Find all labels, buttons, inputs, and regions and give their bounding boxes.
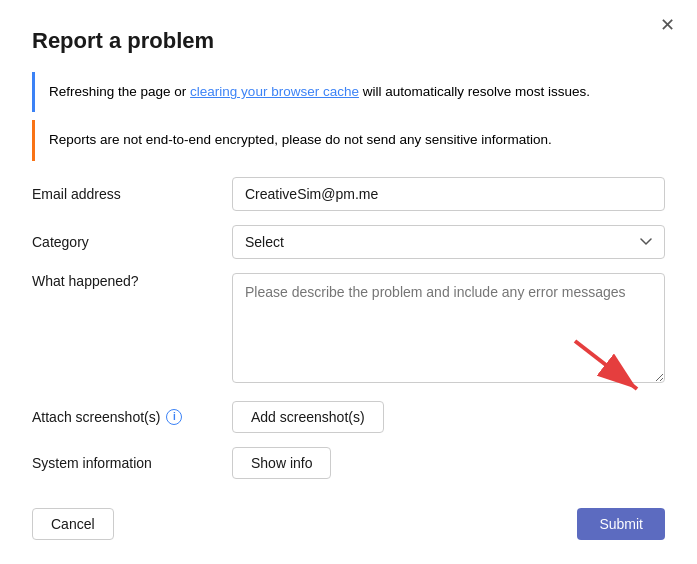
form-section: Email address Category Select Bug Featur… <box>32 177 665 479</box>
category-control: Select Bug Feature request Performance O… <box>232 225 665 259</box>
info-text-blue: Refreshing the page or clearing your bro… <box>49 82 590 102</box>
category-row: Category Select Bug Feature request Perf… <box>32 225 665 259</box>
svg-line-1 <box>575 341 637 389</box>
what-happened-label: What happened? <box>32 273 232 289</box>
textarea-wrapper <box>232 273 665 387</box>
sysinfo-label: System information <box>32 455 232 471</box>
report-problem-dialog: ✕ Report a problem Refreshing the page o… <box>0 0 697 564</box>
info-box-blue: Refreshing the page or clearing your bro… <box>32 72 665 112</box>
screenshot-info-icon[interactable]: i <box>166 409 182 425</box>
screenshot-label: Attach screenshot(s) i <box>32 409 232 425</box>
add-screenshot-button[interactable]: Add screenshot(s) <box>232 401 384 433</box>
info-box-orange: Reports are not end-to-end encrypted, pl… <box>32 120 665 160</box>
email-input[interactable] <box>232 177 665 211</box>
email-control <box>232 177 665 211</box>
close-button[interactable]: ✕ <box>654 12 681 38</box>
category-select[interactable]: Select Bug Feature request Performance O… <box>232 225 665 259</box>
email-row: Email address <box>32 177 665 211</box>
screenshot-row: Attach screenshot(s) i Add screenshot(s) <box>32 401 665 433</box>
cancel-button[interactable]: Cancel <box>32 508 114 540</box>
show-info-button[interactable]: Show info <box>232 447 331 479</box>
screenshot-control: Add screenshot(s) <box>232 401 665 433</box>
category-label: Category <box>32 234 232 250</box>
red-arrow-icon <box>565 331 655 401</box>
dialog-footer: Cancel Submit <box>32 508 665 540</box>
email-label: Email address <box>32 186 232 202</box>
dialog-title: Report a problem <box>32 28 665 54</box>
sysinfo-row: System information Show info <box>32 447 665 479</box>
submit-button[interactable]: Submit <box>577 508 665 540</box>
info-text-orange: Reports are not end-to-end encrypted, pl… <box>49 130 552 150</box>
sysinfo-control: Show info <box>232 447 665 479</box>
clear-cache-link[interactable]: clearing your browser cache <box>190 84 359 99</box>
what-happened-row: What happened? <box>32 273 665 387</box>
